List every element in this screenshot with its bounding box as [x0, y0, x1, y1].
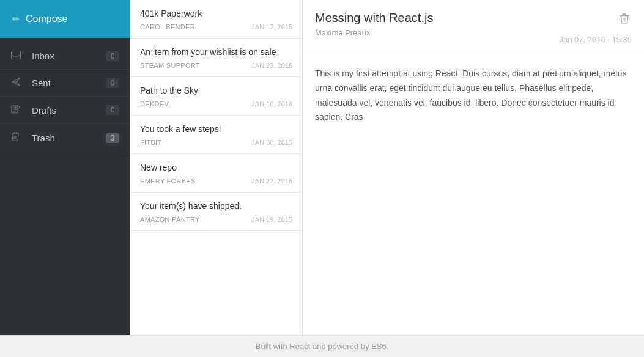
sent-count: 0: [106, 78, 119, 88]
sidebar-item-sent[interactable]: Sent 0: [0, 70, 130, 97]
trash-label: Trash: [32, 133, 106, 143]
email-date: JAN 30, 2015: [251, 139, 292, 146]
email-subject: Your item(s) have shipped.: [140, 201, 292, 211]
detail-meta-row: Maxime Preaux: [315, 28, 433, 37]
email-list-panel: 401k Paperwork CAROL BENDER JAN 17, 2015…: [130, 0, 303, 335]
email-sender: CAROL BENDER: [140, 23, 195, 31]
drafts-label: Drafts: [32, 105, 106, 116]
drafts-icon: [11, 105, 23, 116]
sidebar-item-drafts[interactable]: Drafts 0: [0, 97, 130, 124]
delete-button[interactable]: [617, 11, 632, 30]
email-meta: AMAZON PANTRY JAN 19, 2015: [140, 216, 292, 223]
inbox-icon: [11, 51, 23, 61]
detail-title-block: Messing with React.js Maxime Preaux: [315, 11, 433, 37]
list-item[interactable]: 401k Paperwork CAROL BENDER JAN 17, 2015: [130, 0, 302, 39]
detail-datetime: Jan 07, 2016 · 15:35: [559, 35, 632, 44]
detail-body: This is my first attempt at using React.…: [303, 53, 644, 138]
compose-button[interactable]: ✏ Compose: [0, 0, 130, 38]
delete-icon: [620, 13, 629, 24]
trash-icon: [11, 132, 23, 144]
sidebar-item-trash[interactable]: Trash 3: [0, 124, 130, 152]
footer-text: Built with React and powered by ES6.: [256, 342, 389, 351]
inbox-label: Inbox: [32, 51, 106, 61]
list-item[interactable]: Path to the Sky DEKDEV JAN 10, 2016: [130, 77, 302, 116]
email-meta: STEAM SUPPORT JAN 23, 2016: [140, 62, 292, 69]
detail-panel: Messing with React.js Maxime Preaux Jan …: [303, 0, 644, 335]
email-sender: STEAM SUPPORT: [140, 62, 200, 69]
email-subject: An item from your wishlist is on sale: [140, 47, 292, 57]
list-item[interactable]: Your item(s) have shipped. AMAZON PANTRY…: [130, 193, 302, 231]
email-sender: EMERY FORBES: [140, 177, 196, 185]
email-date: JAN 22, 2015: [251, 177, 292, 185]
email-date: JAN 19, 2015: [251, 216, 292, 223]
email-meta: DEKDEV JAN 10, 2016: [140, 100, 292, 108]
sidebar: ✏ Compose Inbox 0: [0, 0, 130, 335]
list-item[interactable]: You took a few steps! FITBIT JAN 30, 201…: [130, 116, 302, 154]
nav-items: Inbox 0 Sent 0: [0, 38, 130, 335]
detail-header: Messing with React.js Maxime Preaux Jan …: [303, 0, 644, 53]
email-subject: New repo: [140, 163, 292, 172]
detail-body-text: This is my first attempt at using React.…: [315, 67, 632, 125]
email-meta: EMERY FORBES JAN 22, 2015: [140, 177, 292, 185]
email-sender: DEKDEV: [140, 100, 169, 108]
app-container: ✏ Compose Inbox 0: [0, 0, 644, 335]
email-subject: 401k Paperwork: [140, 9, 292, 18]
email-date: JAN 10, 2016: [251, 100, 292, 108]
email-sender: FITBIT: [140, 139, 161, 146]
email-subject: Path to the Sky: [140, 86, 292, 95]
email-list-scroll[interactable]: 401k Paperwork CAROL BENDER JAN 17, 2015…: [130, 0, 302, 335]
pencil-icon: ✏: [12, 14, 20, 24]
compose-label: Compose: [26, 13, 67, 24]
list-item[interactable]: New repo EMERY FORBES JAN 22, 2015: [130, 154, 302, 193]
sent-icon: [11, 78, 23, 88]
detail-subject: Messing with React.js: [315, 11, 433, 25]
sent-label: Sent: [32, 78, 106, 88]
email-sender: AMAZON PANTRY: [140, 216, 200, 223]
trash-count: 3: [106, 133, 119, 143]
sidebar-item-inbox[interactable]: Inbox 0: [0, 43, 130, 70]
footer: Built with React and powered by ES6.: [0, 335, 644, 357]
detail-from: Maxime Preaux: [315, 28, 370, 37]
inbox-count: 0: [106, 51, 119, 61]
list-item[interactable]: An item from your wishlist is on sale ST…: [130, 39, 302, 77]
svg-rect-0: [12, 51, 21, 59]
email-meta: FITBIT JAN 30, 2015: [140, 139, 292, 146]
email-date: JAN 17, 2015: [251, 23, 292, 31]
email-date: JAN 23, 2016: [251, 62, 292, 69]
email-subject: You took a few steps!: [140, 124, 292, 134]
email-meta: CAROL BENDER JAN 17, 2015: [140, 23, 292, 31]
drafts-count: 0: [106, 105, 119, 115]
